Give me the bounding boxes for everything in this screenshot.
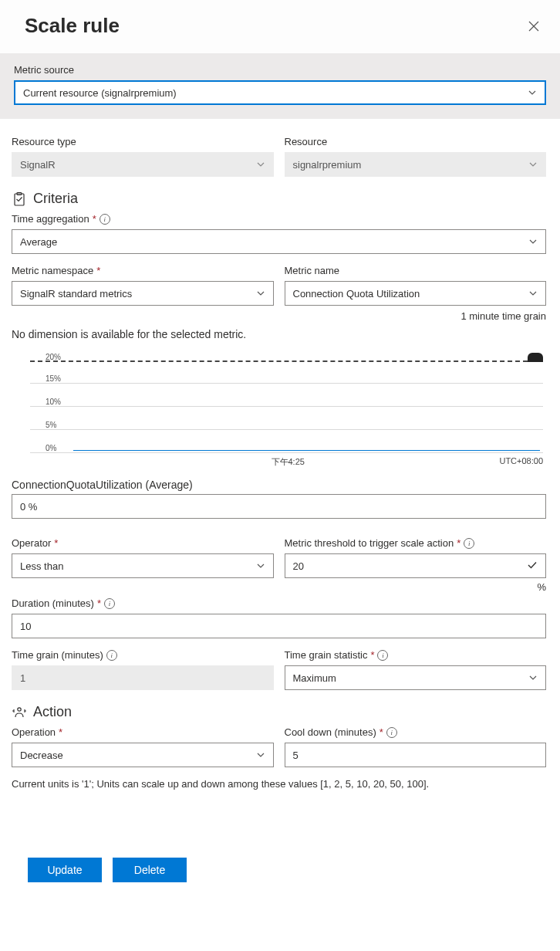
info-icon[interactable]: i xyxy=(377,650,388,661)
chart-series-line xyxy=(73,450,540,451)
chevron-down-icon xyxy=(256,561,265,570)
checkmark-icon xyxy=(527,560,538,573)
cq-label: ConnectionQuotaUtilization (Average) xyxy=(12,479,546,491)
criteria-title: Criteria xyxy=(33,191,78,207)
threshold-value: 20 xyxy=(293,560,304,572)
threshold-label: Metric threshold to trigger scale action… xyxy=(285,537,547,549)
metric-name-value: Connection Quota Utilization xyxy=(293,288,420,300)
chart-timezone: UTC+08:00 xyxy=(499,456,543,468)
criteria-section-header: Criteria xyxy=(12,191,546,207)
metric-source-label: Metric source xyxy=(14,64,546,76)
cooldown-input[interactable]: 5 xyxy=(285,743,547,767)
chart-tooltip-icon xyxy=(528,353,543,362)
duration-value: 10 xyxy=(20,621,31,632)
operator-label: Operator* xyxy=(12,537,274,549)
update-button[interactable]: Update xyxy=(28,858,102,882)
chevron-down-icon xyxy=(256,160,265,169)
resource-label: Resource xyxy=(285,136,547,147)
close-icon xyxy=(528,20,540,32)
metric-source-select[interactable]: Current resource (signalrpremium) xyxy=(14,80,546,105)
threshold-unit: % xyxy=(285,581,547,593)
action-section-header: Action xyxy=(12,704,546,720)
time-grain-stat-value: Maximum xyxy=(293,672,336,684)
metric-source-section: Metric source Current resource (signalrp… xyxy=(0,53,560,119)
units-note: Current units is '1'; Units can scale up… xyxy=(12,778,546,790)
panel-header: Scale rule xyxy=(0,0,560,53)
threshold-input[interactable]: 20 xyxy=(285,553,547,578)
cq-value-field: 0 % xyxy=(12,494,546,519)
metric-source-value: Current resource (signalrpremium) xyxy=(23,87,177,99)
chevron-down-icon xyxy=(528,289,538,298)
metric-namespace-label: Metric namespace* xyxy=(12,265,274,276)
chevron-down-icon xyxy=(528,673,538,682)
time-grain-label: Time grain (minutes) i xyxy=(12,649,274,661)
operator-select[interactable]: Less than xyxy=(12,553,274,578)
time-grain-input: 1 xyxy=(12,665,274,690)
resource-select: signalrpremium xyxy=(285,152,547,177)
action-icon xyxy=(12,705,27,720)
cooldown-value: 5 xyxy=(293,750,299,761)
metric-name-label: Metric name xyxy=(285,265,547,276)
duration-label: Duration (minutes)* i xyxy=(12,597,546,609)
resource-value: signalrpremium xyxy=(293,159,362,171)
time-grain-note: 1 minute time grain xyxy=(12,310,546,322)
time-grain-value: 1 xyxy=(20,672,25,684)
metric-namespace-select[interactable]: SignalR standard metrics xyxy=(12,281,274,306)
time-aggregation-label: Time aggregation* i xyxy=(12,213,546,225)
chevron-down-icon xyxy=(256,289,265,298)
dimension-note: No dimension is available for the select… xyxy=(12,328,546,340)
metric-namespace-value: SignalR standard metrics xyxy=(20,288,132,300)
svg-point-2 xyxy=(18,707,21,710)
action-title: Action xyxy=(33,704,72,720)
cooldown-label: Cool down (minutes)* i xyxy=(285,726,547,738)
resource-type-select: SignalR xyxy=(12,152,274,177)
clipboard-icon xyxy=(12,191,27,207)
info-icon[interactable]: i xyxy=(386,727,397,738)
time-aggregation-value: Average xyxy=(20,236,57,248)
info-icon[interactable]: i xyxy=(100,214,110,225)
info-icon[interactable]: i xyxy=(104,598,115,609)
panel-footer: Update Delete xyxy=(0,804,560,899)
operation-label: Operation* xyxy=(12,726,274,738)
chevron-down-icon xyxy=(528,160,538,169)
operation-select[interactable]: Decrease xyxy=(12,743,274,767)
time-grain-stat-select[interactable]: Maximum xyxy=(285,665,547,690)
chart-x-tick: 下午4:25 xyxy=(76,456,499,468)
time-aggregation-select[interactable]: Average xyxy=(12,229,546,254)
operator-value: Less than xyxy=(20,560,63,572)
chevron-down-icon xyxy=(528,88,537,97)
chevron-down-icon xyxy=(528,237,538,246)
panel-title: Scale rule xyxy=(25,14,120,38)
info-icon[interactable]: i xyxy=(106,650,117,661)
resource-type-label: Resource type xyxy=(12,136,274,147)
metric-name-select[interactable]: Connection Quota Utilization xyxy=(285,281,547,306)
time-grain-stat-label: Time grain statistic* i xyxy=(285,649,547,661)
info-icon[interactable]: i xyxy=(464,538,474,549)
duration-input[interactable]: 10 xyxy=(12,614,546,638)
delete-button[interactable]: Delete xyxy=(113,858,187,882)
resource-type-value: SignalR xyxy=(20,159,56,171)
operation-value: Decrease xyxy=(20,750,63,761)
metric-chart: 20% 15% 10% 5% 0% 下午4:25 UTC+08:00 xyxy=(12,360,546,468)
close-button[interactable] xyxy=(525,17,543,36)
chevron-down-icon xyxy=(256,750,265,760)
